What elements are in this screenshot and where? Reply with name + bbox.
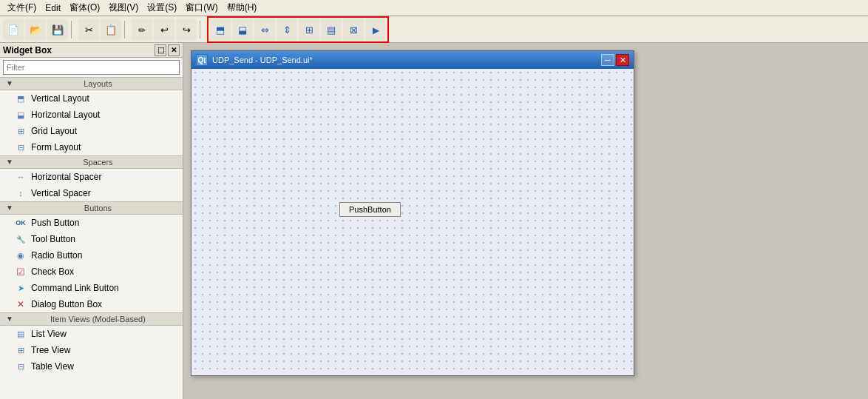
- widget-item-push-button[interactable]: Push Button: [0, 215, 183, 231]
- widget-item-table-view[interactable]: Table View: [0, 358, 183, 375]
- widget-box-close-button[interactable]: ✕: [168, 44, 180, 56]
- open-button[interactable]: [25, 19, 46, 40]
- redo-button[interactable]: [176, 19, 197, 40]
- menu-edit[interactable]: Edit: [41, 1, 65, 15]
- layout-v-icon: [216, 24, 225, 36]
- preview-icon: [373, 24, 379, 36]
- widget-item-tool-button-label: Tool Button: [31, 234, 75, 244]
- new-icon: [7, 24, 19, 36]
- designer-close-button[interactable]: ✕: [616, 54, 629, 66]
- layout-split-v-icon: [283, 24, 291, 36]
- widget-editor-button[interactable]: [132, 19, 152, 40]
- sep1: [71, 21, 75, 38]
- widget-item-table-view-label: Table View: [31, 361, 74, 372]
- section-layouts-toggle: ▼: [6, 79, 13, 87]
- widget-item-push-button-label: Push Button: [31, 218, 79, 228]
- menu-form[interactable]: 窗体(O): [65, 0, 104, 16]
- layout-split-h-button[interactable]: [254, 19, 275, 40]
- designer-canvas[interactable]: PushButton: [191, 69, 634, 375]
- section-buttons-label: Buttons: [84, 204, 112, 212]
- section-spacers[interactable]: ▼ Spacers: [0, 155, 183, 169]
- layout-form-icon: [327, 24, 336, 36]
- copy-button[interactable]: [101, 19, 121, 40]
- widget-item-tool-button[interactable]: Tool Button: [0, 231, 183, 247]
- widget-item-list-view[interactable]: List View: [0, 326, 183, 342]
- cut-icon: [85, 24, 93, 36]
- layout-form-button[interactable]: [321, 19, 342, 40]
- push-btn-icon: [15, 217, 27, 229]
- layout-break-button[interactable]: [343, 19, 364, 40]
- widget-item-tree-view-label: Tree View: [31, 345, 70, 355]
- menu-window[interactable]: 窗口(W): [181, 0, 222, 16]
- layout-h-icon: [238, 24, 247, 36]
- spacer-h-icon: [15, 171, 27, 183]
- table-view-icon: [15, 361, 27, 372]
- preview-button[interactable]: [365, 19, 386, 40]
- layout-h-button[interactable]: [232, 19, 253, 40]
- widget-item-vertical-spacer[interactable]: Vertical Spacer: [0, 185, 183, 201]
- layout-f-icon: [15, 141, 27, 153]
- widget-item-command-link-button-label: Command Link Button: [31, 283, 119, 293]
- widget-item-vertical-layout-label: Vertical Layout: [31, 93, 89, 104]
- widget-item-grid-layout-label: Grid Layout: [31, 126, 77, 136]
- widget-item-horizontal-layout-label: Horizontal Layout: [31, 110, 100, 120]
- widget-item-form-layout-label: Form Layout: [31, 142, 81, 152]
- cut-button[interactable]: [78, 19, 99, 40]
- designer-window: Qt UDP_Send - UDP_Send.ui* ─ ✕ PushButto…: [191, 50, 634, 376]
- section-item-views[interactable]: ▼ Item Views (Model-Based): [0, 312, 183, 326]
- layout-break-icon: [350, 24, 358, 36]
- widget-item-horizontal-spacer-label: Horizontal Spacer: [31, 172, 101, 182]
- redo-icon: [183, 24, 191, 36]
- layout-split-v-button[interactable]: [277, 19, 297, 40]
- widget-box-float-button[interactable]: ⬚: [155, 44, 166, 56]
- layout-h-icon: [15, 109, 27, 121]
- widget-item-horizontal-layout[interactable]: Horizontal Layout: [0, 107, 183, 123]
- designer-titlebar[interactable]: Qt UDP_Send - UDP_Send.ui* ─ ✕: [191, 51, 634, 69]
- widget-item-tree-view[interactable]: Tree View: [0, 342, 183, 358]
- section-buttons[interactable]: ▼ Buttons: [0, 201, 183, 215]
- save-icon: [52, 24, 64, 36]
- dialog-btn-icon: [15, 298, 27, 310]
- designer-title-icon: Qt: [196, 54, 208, 66]
- layout-split-h-icon: [261, 24, 269, 36]
- undo-button[interactable]: [154, 19, 174, 40]
- copy-icon: [105, 24, 117, 36]
- section-buttons-toggle: ▼: [6, 204, 13, 212]
- widget-item-vertical-layout[interactable]: Vertical Layout: [0, 90, 183, 107]
- widget-item-grid-layout[interactable]: Grid Layout: [0, 123, 183, 139]
- section-layouts[interactable]: ▼ Layouts: [0, 77, 183, 90]
- toolbar: [0, 16, 868, 43]
- widget-item-horizontal-spacer[interactable]: Horizontal Spacer: [0, 169, 183, 185]
- widget-box: Widget Box ⬚ ✕ ▼ Layouts Vertical Layout…: [0, 43, 183, 399]
- widget-item-form-layout[interactable]: Form Layout: [0, 139, 183, 155]
- menu-help[interactable]: 帮助(H): [223, 0, 262, 16]
- layout-v-button[interactable]: [210, 19, 231, 40]
- widget-item-command-link-button[interactable]: Command Link Button: [0, 280, 183, 296]
- push-button-widget[interactable]: PushButton: [339, 202, 401, 217]
- menu-settings[interactable]: 设置(S): [143, 0, 181, 16]
- list-view-icon: [15, 328, 27, 340]
- designer-minimize-button[interactable]: ─: [601, 54, 614, 66]
- save-button[interactable]: [47, 19, 68, 40]
- layout-v-icon: [15, 93, 27, 104]
- new-button[interactable]: [3, 19, 24, 40]
- menubar: 文件(F) Edit 窗体(O) 视图(V) 设置(S) 窗口(W) 帮助(H): [0, 0, 868, 16]
- widget-box-header: Widget Box ⬚ ✕: [0, 43, 183, 58]
- widget-item-dialog-button-box[interactable]: Dialog Button Box: [0, 296, 183, 312]
- layout-grid-button[interactable]: [299, 19, 319, 40]
- widget-box-header-actions: ⬚ ✕: [155, 44, 180, 56]
- check-icon: [15, 266, 27, 278]
- menu-file[interactable]: 文件(F): [3, 0, 41, 16]
- widget-box-filter[interactable]: [3, 60, 180, 75]
- sep2: [124, 21, 129, 38]
- widget-item-radio-button[interactable]: Radio Button: [0, 247, 183, 264]
- widget-item-vertical-spacer-label: Vertical Spacer: [31, 188, 91, 198]
- widget-item-check-box[interactable]: Check Box: [0, 264, 183, 280]
- widget-box-title: Widget Box: [3, 45, 52, 56]
- layout-grid-icon: [305, 24, 313, 36]
- widget-list: ▼ Layouts Vertical Layout Horizontal Lay…: [0, 77, 183, 399]
- canvas-area: Qt UDP_Send - UDP_Send.ui* ─ ✕ PushButto…: [183, 43, 868, 399]
- cmd-link-icon: [15, 282, 27, 294]
- section-item-views-label: Item Views (Model-Based): [50, 315, 146, 323]
- menu-view[interactable]: 视图(V): [104, 0, 143, 16]
